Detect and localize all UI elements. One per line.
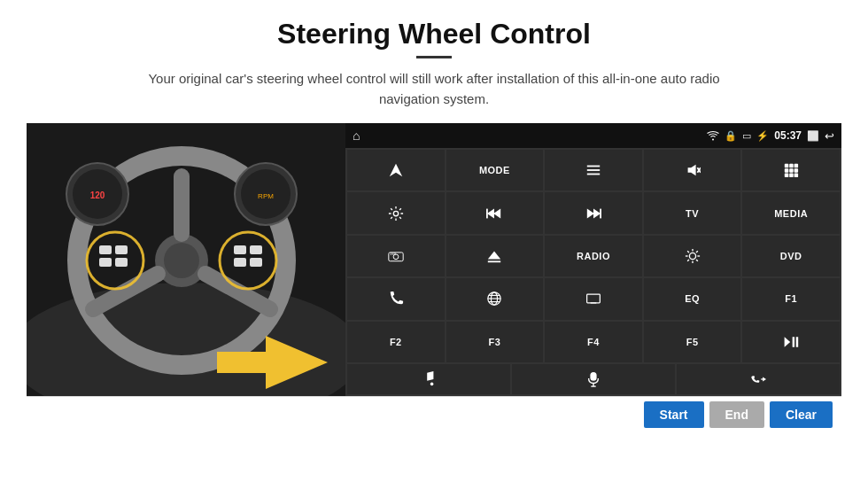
content-row: 120 RPM ⌂ [27, 123, 841, 396]
page-container: Steering Wheel Control Your original car… [0, 0, 868, 482]
svg-marker-30 [687, 165, 695, 176]
svg-rect-12 [115, 258, 128, 267]
svg-marker-70 [785, 337, 791, 346]
svg-rect-16 [234, 258, 246, 267]
prev-btn[interactable] [446, 192, 544, 233]
end-button[interactable]: End [709, 401, 764, 428]
eq-btn[interactable]: EQ [644, 278, 741, 319]
svg-rect-74 [590, 372, 596, 381]
mute-btn[interactable] [644, 150, 741, 190]
internet-btn[interactable] [446, 278, 544, 319]
lock-icon: 🔒 [725, 130, 737, 142]
svg-line-62 [687, 260, 689, 261]
clear-button[interactable]: Clear [770, 401, 833, 428]
head-unit-panel: ⌂ 🔒 ▭ ⚡ 05:37 ⬜ ↩ [345, 123, 841, 396]
list-btn[interactable] [545, 150, 642, 190]
svg-line-59 [687, 251, 689, 253]
answer-btn[interactable] [677, 364, 840, 394]
tv-btn[interactable]: TV [644, 192, 741, 233]
apps-btn[interactable] [742, 150, 840, 190]
svg-rect-45 [486, 208, 488, 218]
sd-icon: ▭ [742, 130, 751, 142]
title-divider [416, 56, 452, 58]
svg-text:360: 360 [390, 253, 396, 256]
svg-rect-53 [488, 260, 500, 262]
mic-btn[interactable] [512, 364, 675, 394]
page-subtitle: Your original car's steering wheel contr… [124, 69, 744, 109]
svg-line-61 [696, 251, 698, 253]
svg-text:120: 120 [90, 190, 105, 200]
svg-marker-44 [487, 208, 494, 218]
svg-marker-52 [488, 252, 500, 260]
window-icon[interactable]: ⬜ [807, 130, 819, 142]
phone-btn[interactable] [347, 278, 445, 319]
svg-rect-29 [587, 174, 600, 175]
svg-rect-19 [217, 352, 268, 373]
screen-btn[interactable] [545, 278, 642, 319]
back-icon[interactable]: ↩ [825, 129, 834, 143]
svg-rect-35 [794, 164, 799, 168]
svg-rect-39 [785, 174, 789, 178]
f1-btn[interactable]: F1 [742, 278, 840, 319]
status-right: 🔒 ▭ ⚡ 05:37 ⬜ ↩ [707, 129, 834, 143]
svg-rect-71 [793, 337, 794, 346]
media-btn[interactable]: MEDIA [742, 192, 840, 233]
home-icon[interactable]: ⌂ [353, 128, 360, 143]
svg-marker-46 [587, 208, 594, 218]
svg-rect-68 [587, 294, 601, 303]
cam360-btn[interactable]: 360 [347, 236, 445, 276]
start-button[interactable]: Start [644, 401, 704, 428]
svg-rect-33 [785, 164, 789, 168]
brightness-btn[interactable] [644, 236, 741, 276]
svg-rect-17 [250, 258, 262, 267]
next-btn[interactable] [545, 192, 642, 233]
f4-btn[interactable]: F4 [545, 322, 642, 362]
music-btn[interactable] [347, 364, 510, 394]
playpause-btn[interactable] [742, 322, 840, 362]
nav-btn[interactable] [347, 150, 445, 190]
svg-marker-26 [390, 164, 402, 176]
svg-point-54 [689, 253, 695, 259]
f2-btn[interactable]: F2 [347, 322, 445, 362]
svg-rect-34 [789, 164, 794, 168]
svg-rect-72 [796, 337, 798, 346]
wifi-icon [707, 130, 719, 141]
svg-rect-36 [785, 168, 789, 173]
radio-btn[interactable]: RADIO [545, 236, 642, 276]
f5-btn[interactable]: F5 [644, 322, 741, 362]
svg-rect-40 [789, 174, 794, 178]
svg-point-42 [393, 211, 398, 215]
eject-btn[interactable] [446, 236, 544, 276]
svg-rect-38 [794, 168, 799, 173]
bottom-bar: Start End Clear [27, 396, 841, 431]
svg-marker-47 [593, 208, 601, 218]
svg-rect-15 [250, 245, 262, 254]
svg-line-60 [696, 260, 698, 261]
svg-rect-37 [789, 168, 794, 173]
svg-point-4 [164, 243, 199, 278]
steering-wheel-image: 120 RPM [27, 123, 345, 396]
svg-rect-11 [99, 258, 112, 267]
svg-rect-48 [600, 208, 601, 218]
svg-rect-27 [587, 166, 600, 167]
svg-rect-41 [794, 174, 799, 178]
svg-marker-78 [763, 377, 766, 381]
svg-text:RPM: RPM [258, 192, 274, 200]
svg-rect-28 [587, 169, 600, 171]
svg-point-73 [430, 383, 434, 386]
mode-btn[interactable]: MODE [446, 150, 544, 190]
f3-btn[interactable]: F3 [446, 322, 544, 362]
status-left: ⌂ [353, 128, 360, 143]
svg-rect-10 [115, 245, 128, 254]
settings-btn[interactable] [347, 192, 445, 233]
button-grid: MODE [345, 148, 841, 364]
svg-rect-14 [234, 245, 246, 254]
bt-icon: ⚡ [756, 130, 769, 142]
status-bar: ⌂ 🔒 ▭ ⚡ 05:37 ⬜ ↩ [345, 123, 841, 148]
time-display: 05:37 [774, 129, 802, 142]
svg-rect-9 [99, 245, 112, 254]
page-title: Steering Wheel Control [277, 18, 591, 51]
svg-marker-43 [493, 208, 500, 218]
dvd-btn[interactable]: DVD [742, 236, 840, 276]
